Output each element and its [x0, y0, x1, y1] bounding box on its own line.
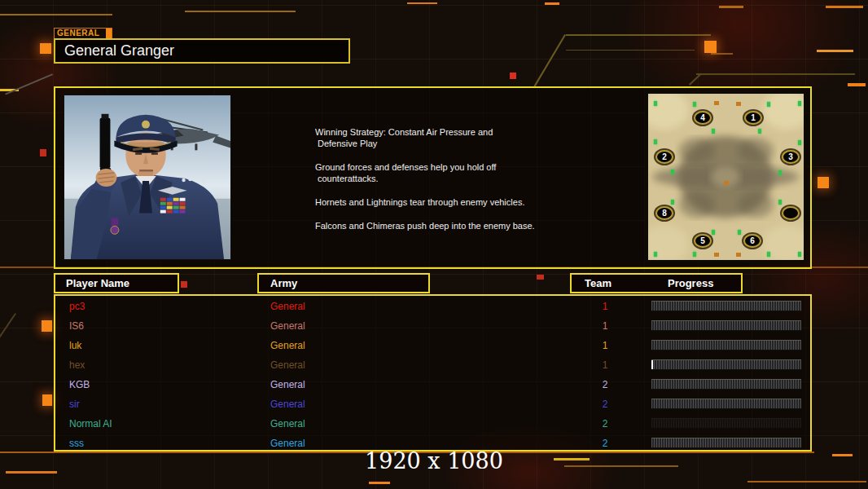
map-dot: [778, 170, 782, 175]
start-position-marker: 5: [694, 234, 712, 248]
deco-square: [818, 177, 829, 188]
start-position-marker: 3: [782, 150, 800, 164]
header-team-progress: Team Progress: [570, 273, 743, 293]
map-dot: [767, 102, 770, 107]
header-player-name: Player Name: [54, 273, 179, 293]
start-position-marker: 6: [743, 234, 761, 248]
map-dot: [798, 101, 801, 106]
player-team: 2: [595, 375, 615, 394]
deco-line: [566, 50, 695, 51]
table-row: sir General 2: [55, 394, 810, 414]
portrait-image: [64, 95, 230, 259]
deco-line: [407, 2, 437, 4]
resolution-overlay: 1920 x 1080: [0, 448, 868, 474]
map-dot: [693, 252, 696, 257]
deco-line: [185, 11, 296, 12]
minimap-terrain: [648, 94, 804, 260]
deco-line: [711, 53, 733, 55]
player-army: General: [270, 316, 305, 336]
general-name-box: General Granger: [54, 38, 350, 64]
faction-tag-label: GENERAL: [57, 29, 99, 37]
player-name: IS6: [69, 316, 84, 336]
general-name: General Granger: [64, 42, 174, 59]
player-name: pc3: [69, 297, 85, 316]
map-dot: [767, 252, 770, 257]
map-dot: [798, 140, 801, 145]
table-row: luk General 1: [55, 336, 810, 355]
player-team: 1: [595, 355, 615, 375]
table-row: pc3 General 1: [55, 297, 810, 316]
strategy-paragraph: Falcons and Chimeras push deep into the …: [315, 220, 641, 231]
player-name: Normal AI: [69, 414, 112, 434]
deco-square: [181, 281, 187, 288]
player-name: sir: [69, 394, 80, 414]
map-dot: [654, 139, 657, 144]
strategy-text: Winning Strategy: Constant Air Pressure …: [315, 122, 641, 244]
player-name: luk: [69, 336, 81, 355]
player-team: 1: [595, 316, 615, 336]
deco-line: [747, 481, 866, 482]
map-supply-dot: [714, 101, 719, 105]
map-dot: [654, 252, 657, 257]
map-dot: [712, 230, 715, 235]
start-position-marker: 4: [694, 111, 712, 125]
map-supply-dot: [724, 181, 729, 185]
deco-line: [566, 34, 711, 36]
strategy-paragraph: Hornets and Lightnings tear through enem…: [315, 196, 641, 208]
map-dot: [712, 129, 715, 134]
start-position-marker: 8: [655, 206, 673, 220]
strategy-paragraph: Ground forces and defenses help you hold…: [315, 161, 641, 184]
player-team: 1: [595, 297, 615, 316]
header-army: Army: [257, 273, 430, 293]
deco-square: [510, 73, 516, 79]
deco-line: [0, 14, 112, 15]
player-army: General: [270, 355, 305, 375]
general-portrait: [64, 95, 231, 260]
progress-bar: [651, 399, 801, 409]
progress-bar: [651, 320, 801, 331]
player-name: hex: [69, 355, 85, 375]
player-army: General: [270, 394, 305, 414]
deco-line: [848, 83, 866, 86]
deco-square: [42, 320, 52, 332]
progress-bar: [651, 438, 801, 448]
player-army: General: [270, 375, 305, 394]
table-row: IS6 General 1: [55, 316, 810, 336]
minimap: 4 1 2 3 8 5 6: [646, 91, 806, 262]
map-dot: [693, 102, 696, 107]
deco-line: [696, 73, 855, 75]
deco-square: [42, 394, 52, 406]
deco-square: [40, 43, 51, 54]
faction-tag: GENERAL: [54, 28, 112, 39]
deco-line: [817, 50, 853, 52]
progress-bar: [651, 359, 801, 370]
player-team: 1: [595, 336, 615, 355]
player-army: General: [270, 414, 305, 434]
map-dot: [778, 200, 782, 205]
progress-bar: [651, 379, 801, 390]
deco-line: [545, 2, 559, 5]
map-dot: [738, 230, 741, 235]
strategy-paragraph: Winning Strategy: Constant Air Pressure …: [315, 126, 641, 149]
map-dot: [798, 252, 801, 257]
table-row: Normal AI General 2: [55, 414, 810, 434]
start-position-marker: [782, 206, 800, 220]
faction-tag-accent: [106, 29, 112, 38]
header-team: Team: [585, 275, 612, 292]
map-dot: [758, 129, 761, 134]
deco-square: [704, 41, 717, 53]
player-list: pc3 General 1 IS6 General 1 luk General …: [54, 294, 812, 452]
start-position-marker: 1: [744, 111, 762, 125]
deco-line: [369, 482, 390, 484]
map-supply-dot: [736, 253, 741, 257]
start-position-marker: 2: [655, 150, 673, 164]
map-dot: [654, 101, 657, 106]
header-progress: Progress: [668, 275, 713, 292]
player-army: General: [270, 297, 305, 316]
map-supply-dot: [736, 102, 741, 106]
deco-line: [719, 6, 743, 8]
deco-square: [40, 149, 46, 156]
progress-bar: [651, 301, 801, 311]
progress-bar: [651, 340, 801, 350]
deco-line: [826, 6, 863, 8]
